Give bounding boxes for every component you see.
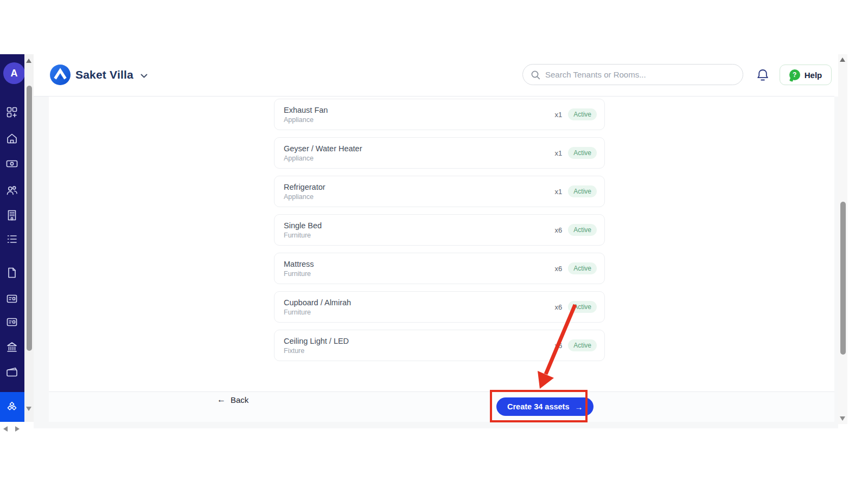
sidebar-item-card-icon[interactable] xyxy=(5,292,18,305)
asset-quantity: x6 xyxy=(555,303,563,311)
status-badge: Active xyxy=(568,108,597,120)
card-icon xyxy=(5,316,18,329)
asset-category: Appliance xyxy=(284,155,555,162)
asset-info: RefrigeratorAppliance xyxy=(284,183,555,201)
asset-row[interactable]: MattressFurniturex6Active xyxy=(274,253,605,284)
building-icon xyxy=(5,209,18,222)
asset-category: Appliance xyxy=(284,193,555,201)
status-badge: Active xyxy=(568,147,597,159)
help-chat-icon: ? xyxy=(789,69,800,80)
sidebar-nav: A xyxy=(0,54,24,422)
list-icon xyxy=(5,233,18,246)
tenants-icon xyxy=(5,184,18,197)
page-scroll-up-arrow[interactable] xyxy=(840,57,845,62)
sidebar-item-wallet-icon[interactable] xyxy=(5,365,18,378)
scroll-up-arrow[interactable] xyxy=(26,59,31,63)
app-screen: Saket Villa ? Help A Exhaust FanApplian xyxy=(0,0,868,488)
sidebar-item-tenants-icon[interactable] xyxy=(5,184,18,197)
asset-row[interactable]: Single BedFurniturex6Active xyxy=(274,214,605,246)
sidebar-item-apps-plus-icon[interactable] xyxy=(5,106,18,119)
scroll-down-arrow[interactable] xyxy=(26,407,31,411)
asset-category: Fixture xyxy=(284,347,555,355)
annotation-highlight-box xyxy=(490,390,588,422)
search-input[interactable] xyxy=(545,70,735,79)
asset-row[interactable]: Ceiling Light / LEDFixturex6Active xyxy=(274,330,605,361)
page-title: Saket Villa xyxy=(75,68,133,81)
wizard-footer xyxy=(49,392,834,422)
asset-name: Mattress xyxy=(284,260,555,268)
page-scrollbar[interactable] xyxy=(838,54,847,424)
chevron-down-icon xyxy=(141,74,148,79)
wallet-icon xyxy=(5,365,18,378)
asset-quantity: x1 xyxy=(555,111,563,119)
asset-category: Appliance xyxy=(284,116,555,124)
sidebar-item-list-icon[interactable] xyxy=(5,233,18,246)
status-badge: Active xyxy=(568,224,597,236)
asset-quantity: x6 xyxy=(555,342,563,350)
asset-row[interactable]: RefrigeratorAppliancex1Active xyxy=(274,176,605,207)
asset-category: Furniture xyxy=(284,270,555,278)
asset-quantity: x1 xyxy=(555,188,563,196)
document-icon xyxy=(5,266,18,279)
sidebar-item-building-icon[interactable] xyxy=(5,209,18,222)
page-scroll-down-arrow[interactable] xyxy=(840,416,845,421)
asset-category: Furniture xyxy=(284,309,555,316)
notifications-bell-icon[interactable] xyxy=(755,67,770,84)
status-badge: Active xyxy=(568,339,597,351)
status-badge: Active xyxy=(568,301,597,313)
status-badge: Active xyxy=(568,262,597,274)
asset-name: Ceiling Light / LED xyxy=(284,337,555,345)
help-button[interactable]: ? Help xyxy=(780,65,832,85)
asset-name: Refrigerator xyxy=(284,183,555,191)
page-scrollbar-thumb[interactable] xyxy=(840,202,846,355)
sidebar-item-assets-cubes-icon[interactable] xyxy=(5,400,18,413)
scrollbar-thumb[interactable] xyxy=(27,86,32,351)
asset-name: Exhaust Fan xyxy=(284,106,555,114)
asset-row[interactable]: Exhaust FanAppliancex1Active xyxy=(274,99,605,130)
asset-category: Furniture xyxy=(284,232,555,239)
asset-quantity: x6 xyxy=(555,226,563,234)
assets-review-card: Exhaust FanAppliancex1ActiveGeyser / Wat… xyxy=(49,97,834,422)
asset-name: Geyser / Water Heater xyxy=(284,144,555,153)
sidebar-item-payment-icon[interactable] xyxy=(5,157,18,170)
search-icon xyxy=(531,70,540,80)
assets-cubes-icon xyxy=(5,400,18,413)
asset-row[interactable]: Geyser / Water HeaterAppliancex1Active xyxy=(274,137,605,169)
asset-info: MattressFurniture xyxy=(284,260,555,278)
sidebar-scrollbar[interactable] xyxy=(24,54,34,422)
status-badge: Active xyxy=(568,185,597,197)
asset-quantity: x6 xyxy=(555,265,563,273)
property-switcher[interactable]: Saket Villa xyxy=(50,65,148,85)
payment-icon xyxy=(5,157,18,170)
card-icon xyxy=(5,292,18,305)
help-label: Help xyxy=(805,70,822,80)
back-button[interactable]: ← Back xyxy=(217,394,248,405)
sidebar-item-bank-icon[interactable] xyxy=(5,341,18,354)
back-arrow-icon: ← xyxy=(217,395,226,404)
asset-quantity: x1 xyxy=(555,149,563,157)
asset-info: Cupboard / AlmirahFurniture xyxy=(284,298,555,316)
asset-info: Single BedFurniture xyxy=(284,221,555,239)
asset-name: Cupboard / Almirah xyxy=(284,298,555,307)
apps-plus-icon xyxy=(5,106,18,119)
back-label: Back xyxy=(231,395,248,404)
brand-logo-icon xyxy=(50,65,71,85)
home-icon xyxy=(5,132,18,145)
avatar[interactable]: A xyxy=(3,62,25,84)
sidebar-item-card-icon[interactable] xyxy=(5,316,18,329)
asset-info: Exhaust FanAppliance xyxy=(284,106,555,124)
scroll-right-arrow[interactable] xyxy=(15,426,20,432)
top-header: Saket Villa ? Help xyxy=(34,54,834,97)
asset-row[interactable]: Cupboard / AlmirahFurniturex6Active xyxy=(274,291,605,323)
sidebar-item-document-icon[interactable] xyxy=(5,266,18,279)
scroll-left-arrow[interactable] xyxy=(3,426,8,432)
asset-info: Geyser / Water HeaterAppliance xyxy=(284,144,555,162)
sidebar-item-home-icon[interactable] xyxy=(5,132,18,145)
asset-info: Ceiling Light / LEDFixture xyxy=(284,337,555,355)
bank-icon xyxy=(5,341,18,354)
search-box xyxy=(522,64,743,85)
asset-name: Single Bed xyxy=(284,221,555,230)
